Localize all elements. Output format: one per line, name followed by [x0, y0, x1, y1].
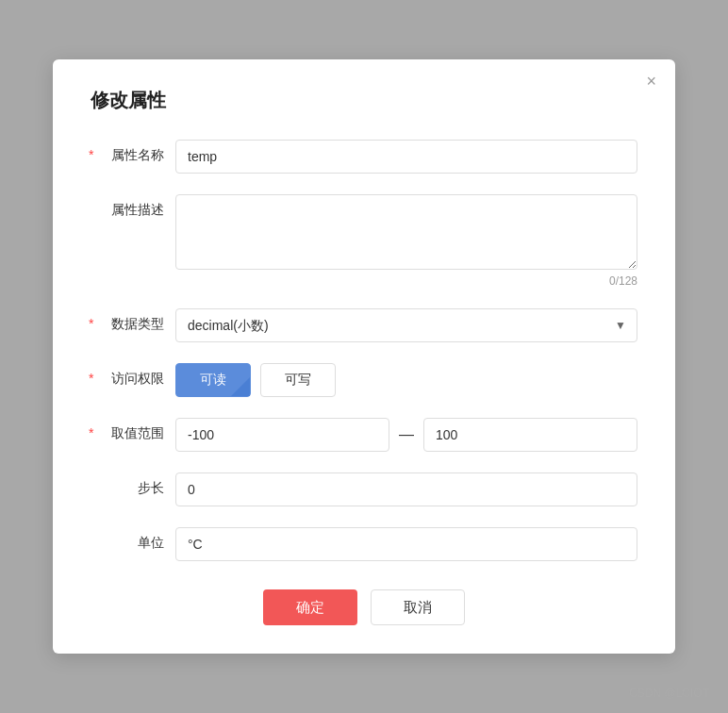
attr-desc-label: 属性描述 [91, 194, 175, 219]
form-row-attr-desc: 属性描述 0/128 [91, 194, 637, 288]
unit-input[interactable] [175, 527, 637, 561]
access-control: 可读 ✓ 可写 [175, 363, 637, 397]
cancel-button[interactable]: 取消 [371, 589, 465, 625]
dialog: × 修改属性 属性名称 属性描述 0/128 数据类型 [53, 59, 675, 654]
range-wrap: — [175, 418, 637, 452]
unit-control [175, 527, 637, 561]
form-row-unit: 单位 [91, 527, 637, 561]
form-row-data-type: 数据类型 decimal(小数) int(整数) string(字符串) boo… [91, 308, 637, 342]
attr-desc-count: 0/128 [175, 274, 637, 288]
attr-name-input[interactable] [175, 140, 637, 174]
range-dash: — [399, 426, 414, 443]
select-wrap: decimal(小数) int(整数) string(字符串) bool(布尔)… [175, 308, 637, 342]
range-label: 取值范围 [91, 418, 175, 442]
dialog-title: 修改属性 [91, 88, 637, 113]
textarea-wrap: 0/128 [175, 194, 637, 288]
confirm-button[interactable]: 确定 [263, 589, 357, 625]
access-writable-button[interactable]: 可写 [260, 363, 336, 397]
attr-name-control [175, 140, 637, 174]
unit-label: 单位 [91, 527, 175, 552]
form-row-attr-name: 属性名称 [91, 140, 637, 174]
attr-desc-textarea[interactable] [175, 194, 637, 270]
range-min-input[interactable] [175, 418, 389, 452]
close-button[interactable]: × [646, 73, 656, 90]
dialog-overlay: × 修改属性 属性名称 属性描述 0/128 数据类型 [0, 0, 728, 713]
check-mark-icon: ✓ [231, 377, 250, 396]
form-row-step: 步长 [91, 473, 637, 506]
form-row-access: 访问权限 可读 ✓ 可写 [91, 363, 637, 397]
attr-name-label: 属性名称 [91, 140, 175, 164]
step-input[interactable] [175, 473, 637, 506]
range-max-input[interactable] [423, 418, 637, 452]
step-control [175, 473, 637, 506]
form-row-range: 取值范围 — [91, 418, 637, 452]
access-label: 访问权限 [91, 363, 175, 388]
data-type-select[interactable]: decimal(小数) int(整数) string(字符串) bool(布尔) [175, 308, 637, 342]
watermark: CSDN @LCIOT [629, 687, 709, 700]
dialog-footer: 确定 取消 [91, 589, 637, 625]
attr-desc-control: 0/128 [175, 194, 637, 288]
data-type-label: 数据类型 [91, 308, 175, 333]
range-control: — [175, 418, 637, 452]
access-readable-button[interactable]: 可读 ✓ [175, 363, 251, 397]
step-label: 步长 [91, 473, 175, 497]
access-buttons: 可读 ✓ 可写 [175, 363, 637, 397]
data-type-control: decimal(小数) int(整数) string(字符串) bool(布尔)… [175, 308, 637, 342]
